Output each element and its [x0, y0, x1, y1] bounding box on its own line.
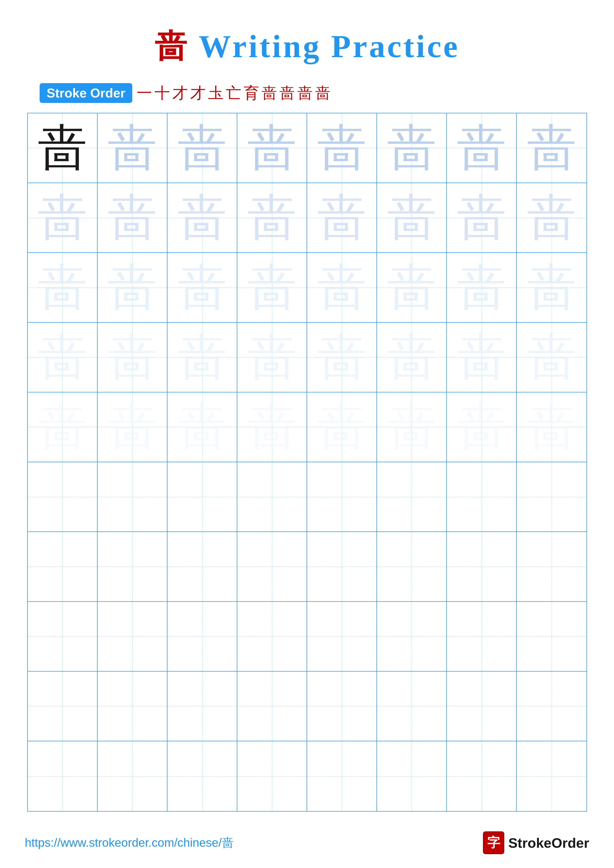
- grid-cell-8-4[interactable]: [237, 602, 307, 671]
- grid-cell-4-7[interactable]: 啬: [447, 322, 517, 392]
- grid-cell-10-5[interactable]: [307, 741, 377, 811]
- grid-cell-6-2[interactable]: [98, 462, 168, 532]
- grid-cell-2-7[interactable]: 啬: [447, 183, 517, 253]
- grid-cell-6-7[interactable]: [447, 462, 517, 532]
- grid-cell-8-2[interactable]: [98, 602, 168, 671]
- grid-cell-6-3[interactable]: [168, 462, 237, 532]
- grid-cell-3-2[interactable]: 啬: [98, 253, 168, 322]
- grid-cell-9-3[interactable]: [168, 671, 237, 741]
- stroke-order-badge: Stroke Order: [40, 83, 132, 103]
- grid-cell-9-5[interactable]: [307, 671, 377, 741]
- grid-cell-5-2[interactable]: 啬: [98, 392, 168, 462]
- grid-cell-8-1[interactable]: [28, 602, 98, 671]
- grid-cell-8-7[interactable]: [447, 602, 517, 671]
- grid-cell-7-6[interactable]: [377, 532, 447, 602]
- grid-cell-3-7[interactable]: 啬: [447, 253, 517, 322]
- grid-cell-4-2[interactable]: 啬: [98, 322, 168, 392]
- title-text: Writing Practice: [199, 28, 459, 64]
- grid-cell-1-1[interactable]: 啬: [28, 113, 98, 183]
- grid-cell-9-6[interactable]: [377, 671, 447, 741]
- grid-cell-7-3[interactable]: [168, 532, 237, 602]
- grid-cell-7-8[interactable]: [517, 532, 586, 602]
- grid-cell-1-5[interactable]: 啬: [307, 113, 377, 183]
- grid-cell-10-4[interactable]: [237, 741, 307, 811]
- char-display: 啬: [107, 123, 157, 173]
- char-display: 啬: [387, 333, 437, 382]
- grid-cell-7-5[interactable]: [307, 532, 377, 602]
- char-display: 啬: [107, 402, 157, 452]
- grid-cell-3-6[interactable]: 啬: [377, 253, 447, 322]
- grid-cell-4-6[interactable]: 啬: [377, 322, 447, 392]
- grid-cell-6-4[interactable]: [237, 462, 307, 532]
- stroke-steps: 一 十 才 才 圡 亡 育 啬 啬 啬 啬: [137, 85, 330, 101]
- grid-cell-9-1[interactable]: [28, 671, 98, 741]
- grid-cell-6-6[interactable]: [377, 462, 447, 532]
- grid-cell-6-8[interactable]: [517, 462, 586, 532]
- char-display: 啬: [38, 123, 87, 173]
- grid-cell-1-2[interactable]: 啬: [98, 113, 168, 183]
- grid-cell-1-4[interactable]: 啬: [237, 113, 307, 183]
- grid-cell-3-1[interactable]: 啬: [28, 253, 98, 322]
- char-display: 啬: [457, 193, 506, 242]
- grid-cell-5-4[interactable]: 啬: [237, 392, 307, 462]
- grid-cell-2-5[interactable]: 啬: [307, 183, 377, 253]
- grid-cell-9-7[interactable]: [447, 671, 517, 741]
- grid-cell-1-3[interactable]: 啬: [168, 113, 237, 183]
- grid-cell-10-6[interactable]: [377, 741, 447, 811]
- grid-cell-1-7[interactable]: 啬: [447, 113, 517, 183]
- grid-cell-5-6[interactable]: 啬: [377, 392, 447, 462]
- stroke-step-9: 啬: [280, 85, 295, 101]
- char-display: 啬: [527, 333, 576, 382]
- footer-logo-icon: 字: [483, 831, 504, 854]
- grid-cell-7-1[interactable]: [28, 532, 98, 602]
- grid-cell-10-7[interactable]: [447, 741, 517, 811]
- grid-cell-3-4[interactable]: 啬: [237, 253, 307, 322]
- char-display: 啬: [107, 193, 157, 242]
- grid-cell-8-3[interactable]: [168, 602, 237, 671]
- grid-cell-9-8[interactable]: [517, 671, 586, 741]
- grid-cell-4-3[interactable]: 啬: [168, 322, 237, 392]
- grid-cell-8-6[interactable]: [377, 602, 447, 671]
- grid-cell-10-2[interactable]: [98, 741, 168, 811]
- grid-cell-9-2[interactable]: [98, 671, 168, 741]
- grid-cell-5-3[interactable]: 啬: [168, 392, 237, 462]
- footer-logo: 字 StrokeOrder: [483, 831, 589, 854]
- grid-cell-8-8[interactable]: [517, 602, 586, 671]
- grid-cell-3-3[interactable]: 啬: [168, 253, 237, 322]
- grid-cell-10-3[interactable]: [168, 741, 237, 811]
- grid-cell-8-5[interactable]: [307, 602, 377, 671]
- grid-cell-7-4[interactable]: [237, 532, 307, 602]
- grid-cell-5-8[interactable]: 啬: [517, 392, 586, 462]
- grid-cell-1-6[interactable]: 啬: [377, 113, 447, 183]
- grid-cell-7-2[interactable]: [98, 532, 168, 602]
- grid-cell-2-8[interactable]: 啬: [517, 183, 586, 253]
- grid-cell-2-1[interactable]: 啬: [28, 183, 98, 253]
- grid-cell-3-8[interactable]: 啬: [517, 253, 586, 322]
- title-char: 啬: [155, 28, 189, 64]
- grid-cell-2-6[interactable]: 啬: [377, 183, 447, 253]
- grid-cell-2-2[interactable]: 啬: [98, 183, 168, 253]
- grid-cell-9-4[interactable]: [237, 671, 307, 741]
- grid-cell-5-7[interactable]: 啬: [447, 392, 517, 462]
- grid-cell-1-8[interactable]: 啬: [517, 113, 586, 183]
- char-display: 啬: [317, 193, 367, 242]
- char-display: 啬: [107, 263, 157, 312]
- grid-cell-10-1[interactable]: [28, 741, 98, 811]
- grid-cell-6-5[interactable]: [307, 462, 377, 532]
- grid-cell-2-3[interactable]: 啬: [168, 183, 237, 253]
- grid-cell-4-4[interactable]: 啬: [237, 322, 307, 392]
- grid-cell-3-5[interactable]: 啬: [307, 253, 377, 322]
- char-display: 啬: [247, 333, 297, 382]
- footer-url[interactable]: https://www.strokeorder.com/chinese/啬: [25, 835, 233, 851]
- grid-cell-2-4[interactable]: 啬: [237, 183, 307, 253]
- grid-cell-4-1[interactable]: 啬: [28, 322, 98, 392]
- grid-cell-5-1[interactable]: 啬: [28, 392, 98, 462]
- grid-cell-6-1[interactable]: [28, 462, 98, 532]
- grid-cell-10-8[interactable]: [517, 741, 586, 811]
- stroke-step-1: 一: [137, 85, 152, 101]
- grid-cell-5-5[interactable]: 啬: [307, 392, 377, 462]
- grid-cell-4-5[interactable]: 啬: [307, 322, 377, 392]
- char-display: 啬: [527, 193, 576, 242]
- grid-cell-7-7[interactable]: [447, 532, 517, 602]
- grid-cell-4-8[interactable]: 啬: [517, 322, 586, 392]
